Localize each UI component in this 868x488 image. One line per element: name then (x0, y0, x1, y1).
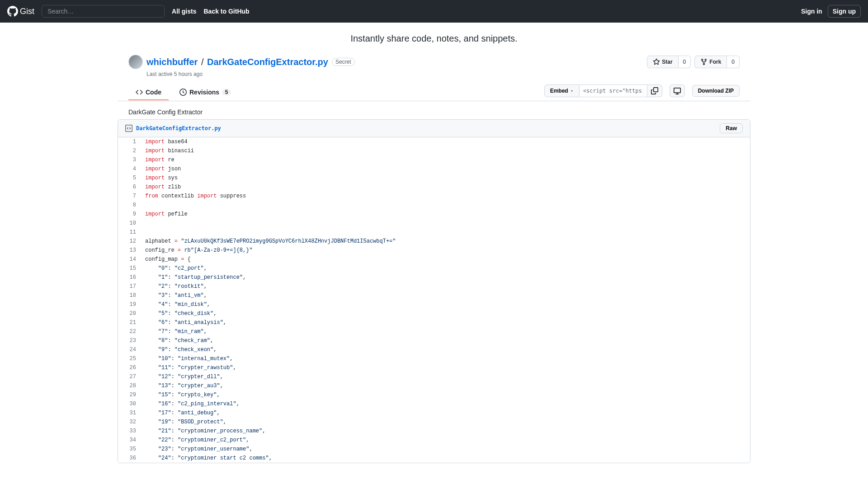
code-row: 30 "16": "c2_ping_interval", (118, 399, 750, 408)
line-number[interactable]: 30 (118, 399, 141, 408)
line-number[interactable]: 13 (118, 246, 141, 255)
code-line[interactable]: "13": "crypter_au3", (141, 381, 750, 390)
line-number[interactable]: 36 (118, 454, 141, 463)
code-line[interactable]: "22": "cryptominer_c2_port", (141, 436, 750, 445)
code-line[interactable]: "6": "anti_analysis", (141, 318, 750, 327)
code-line[interactable]: "4": "min_disk", (141, 300, 750, 309)
code-line[interactable]: "5": "check_disk", (141, 309, 750, 318)
code-line[interactable]: config_map = { (141, 255, 750, 264)
nav-back-to-github[interactable]: Back to GitHub (203, 8, 249, 15)
line-number[interactable]: 10 (118, 219, 141, 228)
code-row: 1import base64 (118, 137, 750, 146)
line-number[interactable]: 25 (118, 354, 141, 363)
signin-link[interactable]: Sign in (801, 8, 822, 15)
code-line[interactable]: "2": "rootkit", (141, 282, 750, 291)
line-number[interactable]: 16 (118, 273, 141, 282)
code-line[interactable] (141, 201, 750, 210)
code-line[interactable]: "8": "check_ram", (141, 336, 750, 345)
line-number[interactable]: 3 (118, 155, 141, 164)
line-number[interactable]: 22 (118, 327, 141, 336)
line-number[interactable]: 7 (118, 192, 141, 201)
line-number[interactable]: 17 (118, 282, 141, 291)
tab-revisions[interactable]: Revisions 5 (172, 85, 238, 100)
download-zip-button[interactable]: Download ZIP (692, 85, 740, 97)
code-line[interactable]: import sys (141, 174, 750, 183)
line-number[interactable]: 14 (118, 255, 141, 264)
line-number[interactable]: 12 (118, 237, 141, 246)
code-line[interactable]: "11": "crypter_rawstub", (141, 363, 750, 372)
code-line[interactable]: import re (141, 155, 750, 164)
line-number[interactable]: 5 (118, 174, 141, 183)
code-line[interactable]: "1": "startup_persistence", (141, 273, 750, 282)
code-line[interactable]: import binascii (141, 146, 750, 155)
code-line[interactable]: "7": "min_ram", (141, 327, 750, 336)
line-number[interactable]: 27 (118, 372, 141, 381)
star-button[interactable]: Star (647, 56, 678, 68)
line-number[interactable]: 26 (118, 363, 141, 372)
code-line[interactable] (141, 219, 750, 228)
code-line[interactable]: "23": "cryptominer_username", (141, 445, 750, 454)
raw-button[interactable]: Raw (720, 123, 743, 133)
code-line[interactable]: import json (141, 164, 750, 174)
copy-button[interactable] (647, 84, 662, 97)
line-number[interactable]: 6 (118, 183, 141, 192)
star-count[interactable]: 0 (679, 56, 691, 68)
gist-header: whichbuffer / DarkGateConfigExtractor.py… (118, 55, 750, 77)
line-number[interactable]: 18 (118, 291, 141, 300)
gist-description: DarkGate Config Extractor (118, 108, 750, 116)
code-line[interactable]: "12": "crypter_dll", (141, 372, 750, 381)
line-number[interactable]: 1 (118, 137, 141, 146)
tab-code[interactable]: Code (128, 85, 169, 100)
line-number[interactable]: 35 (118, 445, 141, 454)
code-line[interactable]: alphabet = "zLAxuU0kQKf3sWE7ePRO2imyg9GS… (141, 237, 750, 246)
code-line[interactable]: "19": "BSOD_protect", (141, 418, 750, 427)
line-number[interactable]: 9 (118, 210, 141, 219)
line-number[interactable]: 15 (118, 264, 141, 273)
nav-all-gists[interactable]: All gists (172, 8, 196, 15)
line-number[interactable]: 33 (118, 427, 141, 436)
code-line[interactable]: "17": "anti_debug", (141, 408, 750, 418)
line-number[interactable]: 28 (118, 381, 141, 390)
avatar[interactable] (128, 55, 143, 69)
line-number[interactable]: 31 (118, 408, 141, 418)
line-number[interactable]: 11 (118, 228, 141, 237)
gist-actions: Star 0 Fork 0 (647, 56, 740, 68)
line-number[interactable]: 24 (118, 345, 141, 354)
line-number[interactable]: 20 (118, 309, 141, 318)
gist-logo[interactable]: Gist (7, 6, 34, 17)
line-number[interactable]: 29 (118, 390, 141, 399)
code-line[interactable]: import zlib (141, 183, 750, 192)
author-link[interactable]: whichbuffer (146, 57, 198, 67)
code-line[interactable]: "21": "cryptominer_process_name", (141, 427, 750, 436)
line-number[interactable]: 8 (118, 201, 141, 210)
line-number[interactable]: 32 (118, 418, 141, 427)
code-line[interactable]: "10": "internal_mutex", (141, 354, 750, 363)
code-line[interactable]: "3": "anti_vm", (141, 291, 750, 300)
code-line[interactable]: config_re = rb"[A-Za-z0-9+=]{8,}" (141, 246, 750, 255)
code-line[interactable]: from contextlib import suppress (141, 192, 750, 201)
line-number[interactable]: 21 (118, 318, 141, 327)
code-line[interactable]: "16": "c2_ping_interval", (141, 399, 750, 408)
code-line[interactable]: "0": "c2_port", (141, 264, 750, 273)
code-line[interactable]: import base64 (141, 137, 750, 146)
file-header: DarkGateConfigExtractor.py Raw (118, 120, 750, 137)
embed-dropdown[interactable]: Embed (544, 84, 580, 97)
line-number[interactable]: 23 (118, 336, 141, 345)
signup-button[interactable]: Sign up (828, 5, 861, 18)
code-line[interactable]: import pefile (141, 210, 750, 219)
fork-button[interactable]: Fork (694, 56, 727, 68)
search-input[interactable] (42, 5, 165, 18)
code-line[interactable]: "9": "check_xeon", (141, 345, 750, 354)
line-number[interactable]: 4 (118, 164, 141, 174)
code-line[interactable]: "24": "cryptominer start c2 comms", (141, 454, 750, 463)
fork-count[interactable]: 0 (727, 56, 740, 68)
line-number[interactable]: 34 (118, 436, 141, 445)
code-line[interactable] (141, 228, 750, 237)
embed-url-input[interactable] (580, 84, 647, 97)
file-name-link[interactable]: DarkGateConfigExtractor.py (136, 125, 221, 131)
code-line[interactable]: "15": "crypto_key", (141, 390, 750, 399)
line-number[interactable]: 2 (118, 146, 141, 155)
gist-name-link[interactable]: DarkGateConfigExtractor.py (207, 57, 328, 67)
desktop-button[interactable] (670, 84, 685, 97)
line-number[interactable]: 19 (118, 300, 141, 309)
